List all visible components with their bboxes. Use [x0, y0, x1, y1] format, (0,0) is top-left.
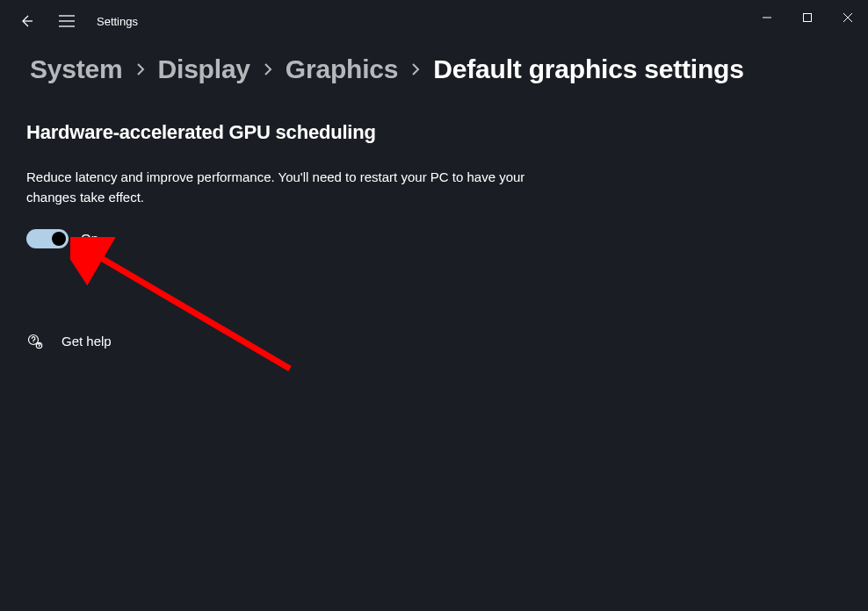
breadcrumb-system[interactable]: System — [30, 54, 123, 84]
close-button[interactable] — [828, 0, 868, 35]
gpu-scheduling-toggle-row: On — [26, 229, 562, 248]
svg-rect-1 — [804, 14, 812, 22]
toggle-state-label: On — [81, 231, 98, 246]
maximize-button[interactable] — [787, 0, 828, 35]
title-bar: Settings — [0, 0, 868, 42]
toggle-knob — [52, 232, 66, 246]
window-controls — [747, 0, 868, 35]
app-title: Settings — [97, 15, 138, 28]
help-label: Get help — [61, 334, 112, 349]
breadcrumb: System Display Graphics Default graphics… — [0, 42, 868, 84]
chevron-right-icon — [134, 62, 148, 76]
gpu-scheduling-toggle[interactable] — [26, 229, 69, 248]
help-icon — [26, 333, 44, 350]
get-help-link[interactable]: Get help — [26, 333, 562, 350]
minimize-button[interactable] — [747, 0, 787, 35]
back-button[interactable] — [16, 11, 37, 32]
svg-point-9 — [33, 341, 34, 342]
section-title: Hardware-accelerated GPU scheduling — [26, 121, 562, 144]
breadcrumb-current: Default graphics settings — [433, 54, 743, 84]
chevron-right-icon — [261, 62, 275, 76]
breadcrumb-display[interactable]: Display — [158, 54, 250, 84]
section-description: Reduce latency and improve performance. … — [26, 167, 527, 208]
hamburger-menu-button[interactable] — [56, 11, 77, 32]
main-content: Hardware-accelerated GPU scheduling Redu… — [0, 84, 562, 350]
chevron-right-icon — [409, 62, 423, 76]
breadcrumb-graphics[interactable]: Graphics — [286, 54, 398, 84]
